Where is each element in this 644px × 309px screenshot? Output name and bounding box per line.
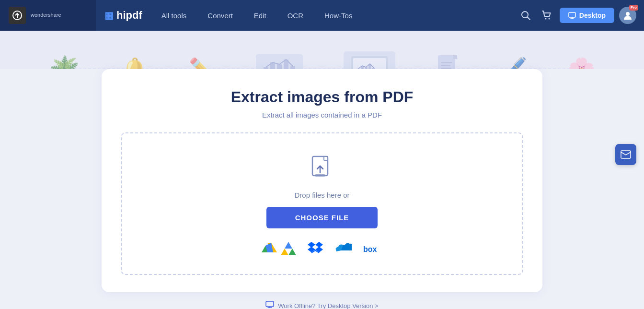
desktop-btn-label: Desktop	[579, 12, 606, 19]
svg-rect-40	[621, 151, 631, 158]
svg-point-3	[545, 18, 546, 20]
wondershare-text: wondershare	[31, 12, 61, 18]
google-drive-icon[interactable]	[262, 240, 296, 259]
cloud-icons: box	[262, 240, 382, 259]
search-button[interactable]	[518, 7, 534, 24]
navbar: wondershare ▦ hipdf All tools Convert Ed…	[0, 0, 644, 31]
svg-rect-37	[266, 301, 274, 307]
nav-link-all-tools[interactable]: All tools	[151, 0, 197, 31]
dropbox-icon[interactable]	[308, 240, 323, 259]
hipdf-icon: ▦	[104, 10, 114, 21]
work-offline-text: Work Offline? Try Desktop Version >	[278, 302, 378, 309]
onedrive-icon[interactable]	[334, 241, 352, 258]
nav-link-ocr[interactable]: OCR	[277, 0, 314, 31]
svg-point-8	[626, 12, 630, 16]
hipdf-label: hipdf	[116, 9, 142, 22]
drop-text: Drop files here or	[294, 191, 349, 199]
brand-area: wondershare	[0, 0, 96, 31]
page-subtitle: Extract all images contained in a PDF	[262, 111, 382, 119]
svg-rect-24	[453, 55, 457, 59]
upload-icon	[307, 153, 337, 183]
drop-zone[interactable]: Drop files here or CHOOSE FILE	[121, 132, 523, 275]
desktop-icon	[265, 301, 274, 309]
pro-badge: Pro	[629, 5, 638, 11]
svg-line-2	[527, 17, 530, 20]
svg-rect-5	[569, 12, 575, 17]
work-offline-bar[interactable]: Work Offline? Try Desktop Version >	[265, 301, 378, 309]
nav-link-edit[interactable]: Edit	[243, 0, 277, 31]
email-fab[interactable]	[615, 144, 636, 165]
desktop-button[interactable]: Desktop	[560, 8, 614, 23]
choose-file-button[interactable]: CHOOSE FILE	[266, 207, 378, 228]
wondershare-logo	[9, 7, 26, 24]
hipdf-logo[interactable]: ▦ hipdf	[96, 9, 151, 22]
svg-text:box: box	[363, 245, 377, 253]
avatar[interactable]: Pro	[619, 7, 636, 24]
svg-rect-26	[441, 65, 450, 66]
nav-link-convert[interactable]: Convert	[197, 0, 243, 31]
upload-card: Extract images from PDF Extract all imag…	[102, 69, 542, 292]
nav-links: All tools Convert Edit OCR How-Tos	[151, 0, 518, 31]
nav-actions: Desktop Pro	[518, 7, 644, 24]
box-icon[interactable]: box	[363, 242, 382, 257]
svg-rect-25	[441, 62, 452, 63]
svg-marker-33	[285, 242, 292, 249]
nav-link-how-tos[interactable]: How-Tos	[314, 0, 363, 31]
svg-rect-30	[324, 156, 328, 160]
page-title: Extract images from PDF	[231, 88, 414, 106]
main-content: Extract images from PDF Extract all imag…	[0, 69, 644, 309]
svg-marker-34	[281, 249, 288, 255]
svg-marker-35	[288, 249, 296, 255]
svg-point-4	[548, 18, 550, 20]
cart-button[interactable]	[539, 7, 555, 24]
